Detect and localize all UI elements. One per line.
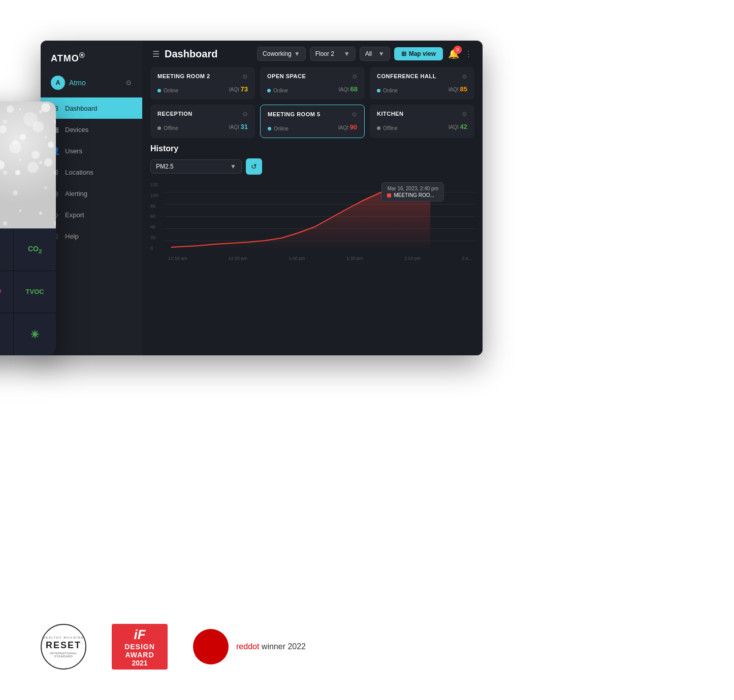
history-section: History PM2.5 ▼ ↺ [142,144,483,355]
sidebar-item-users[interactable]: 👤 Users [41,140,142,161]
room-settings-icon[interactable]: ⚙ [462,111,467,118]
map-view-button[interactable]: ⊞ Map view [394,47,443,60]
atmo-cube-device: ATMO® CUBE [0,102,56,355]
room-settings-icon[interactable]: ⚙ [242,111,248,118]
chevron-down-icon: ▼ [294,50,300,57]
logo-sup: ® [79,51,85,59]
refresh-button[interactable]: ↺ [246,158,262,175]
reddot-award: reddot winner 2022 [193,629,306,664]
sidebar-item-label: Help [65,232,79,240]
reddot-circle [193,629,229,664]
notification-icon[interactable]: 🔔 9 [448,48,459,59]
room-card-header: MEETING ROOM 2 ⚙ [157,73,248,80]
co2-label: CO2 [28,245,42,254]
iaqi-value: 68 [350,85,358,93]
svg-rect-0 [0,102,56,228]
iaqi-value: 31 [241,123,248,130]
all-filter-value: All [365,50,372,57]
status-indicator [267,89,271,92]
sidebar-item-help[interactable]: □ Help [41,225,142,247]
status-indicator [268,127,271,130]
room-card-open-space[interactable]: OPEN SPACE ⚙ Online IAQI 68 [260,67,365,99]
sidebar-item-devices[interactable]: ▦ Devices [41,119,142,140]
svg-point-26 [27,162,39,173]
room-card-bottom: Offline IAQI 42 [377,122,467,131]
settings-icon[interactable]: ⚙ [125,79,132,87]
room-settings-icon[interactable]: ⚙ [352,111,357,118]
filters-area: Coworking ▼ Floor 2 ▼ All ▼ ⊞ Map view [257,47,443,61]
room-card-kitchen[interactable]: KITCHEN ⚙ Offline IAQI 42 [370,105,474,138]
status-indicator [157,89,161,92]
cube-sensors-panel: ⏻ ((·)) CO2 PM CH2O TVOC ϑ° 💧 [0,228,56,355]
room-iaqi: IAQI 85 [449,84,467,93]
svg-point-19 [31,151,40,159]
status-text: Online [164,88,178,93]
reset-award-circle: HEALTHY BUILDING RESET INTERNATIONAL STA… [41,624,86,670]
svg-point-6 [23,112,38,126]
svg-point-25 [15,170,20,175]
room-status: Offline [157,125,178,131]
hamburger-menu-icon[interactable]: ☰ [152,49,159,59]
if-line1: DESIGN [124,643,155,651]
iaqi-label: IAQI [229,124,241,130]
sidebar-item-label: Dashboard [65,105,98,112]
room-card-meeting-room-5[interactable]: MEETING ROOM 5 ⚙ Online IAQI 90 [260,105,365,138]
room-card-bottom: Online IAQI 68 [267,84,358,93]
sidebar-user-name: Atmo [69,79,86,87]
metric-select[interactable]: PM2.5 ▼ [150,159,242,174]
iaqi-label: IAQI [449,124,460,130]
room-card-bottom: Online IAQI 73 [157,84,248,93]
history-controls: PM2.5 ▼ ↺ [150,158,474,175]
room-iaqi: IAQI 73 [229,84,248,93]
sidebar-user-section: A Atmo ⚙ [41,72,142,97]
sidebar-item-dashboard[interactable]: ⊞ Dashboard [41,97,142,119]
svg-point-18 [9,141,21,153]
room-card-header: RECEPTION ⚙ [157,111,248,118]
room-card-conference-hall[interactable]: CONFERENCE HALL ⚙ Online IAQI 85 [370,67,474,99]
location-filter-value: Coworking [263,50,292,57]
room-card-reception[interactable]: RECEPTION ⚙ Offline IAQI 31 [150,105,255,138]
room-status: Online [268,126,289,131]
tooltip-item: MEETING ROO... [387,192,438,198]
history-title: History [150,144,474,153]
chevron-down-icon: ▼ [378,50,385,57]
room-status: Online [267,88,288,93]
chart-y-labels: 120 100 80 60 40 20 0 [150,180,166,261]
chart-tooltip: Mar 16, 2023, 2:40 pm MEETING ROO... [381,182,444,202]
sidebar-item-locations[interactable]: ⊞ Locations [41,161,142,183]
sidebar-navigation: ⊞ Dashboard ▦ Devices 👤 Users ⊞ Location… [41,97,142,355]
location-filter[interactable]: Coworking ▼ [257,47,306,61]
cube-texture-panel [0,102,56,228]
app-logo: ATMO® [41,41,142,72]
status-text: Online [273,88,288,93]
room-card-header: KITCHEN ⚙ [377,111,467,118]
all-filter[interactable]: All ▼ [360,47,390,61]
room-card-bottom: Online IAQI 85 [377,84,467,93]
page-title: Dashboard [165,48,252,60]
status-text: Online [383,88,398,93]
tooltip-item-label: MEETING ROO... [394,192,434,198]
room-settings-icon[interactable]: ⚙ [242,73,248,80]
sidebar-item-alerting[interactable]: ◎ Alerting [41,183,142,204]
light-icon: ✳ [30,328,39,341]
svg-point-27 [44,158,52,166]
svg-point-12 [20,134,26,140]
room-iaqi: IAQI 90 [338,122,357,131]
room-name: OPEN SPACE [267,73,306,79]
room-settings-icon[interactable]: ⚙ [462,73,467,80]
room-settings-icon[interactable]: ⚙ [352,73,358,80]
iaqi-value: 42 [460,123,467,130]
room-card-meeting-room-2[interactable]: MEETING ROOM 2 ⚙ Online IAQI 73 [150,67,255,99]
floor-filter[interactable]: Floor 2 ▼ [310,47,356,61]
sidebar-item-label: Alerting [65,190,87,197]
svg-point-13 [33,121,44,132]
room-iaqi: IAQI 68 [339,84,358,93]
floor-filter-value: Floor 2 [315,50,334,57]
refresh-icon: ↺ [251,162,257,171]
sidebar-item-label: Export [65,211,84,219]
more-options-icon[interactable]: ⋮ [464,49,472,59]
sidebar-item-export[interactable]: ◇ Export [41,204,142,225]
chevron-down-icon: ▼ [344,50,350,57]
room-status: Online [377,88,398,93]
iaqi-label: IAQI [229,87,241,92]
